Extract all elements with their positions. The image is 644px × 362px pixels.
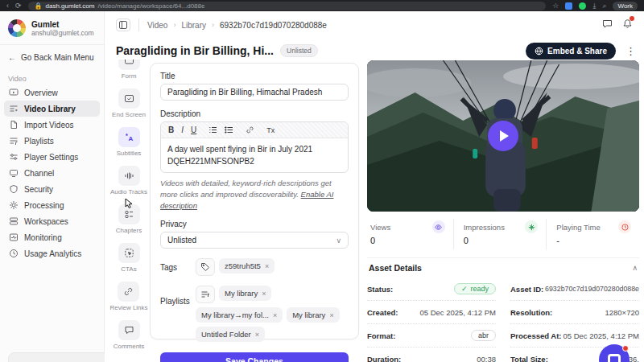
description-editor[interactable]: B I U Tx A day well spent flying in Bir … <box>160 121 349 173</box>
impressions-value: 0 <box>464 236 539 245</box>
sidebar-item-video-library[interactable]: Video Library <box>4 101 100 117</box>
bookmark-icon[interactable]: ☆ <box>552 2 559 10</box>
video-library-icon <box>9 104 19 113</box>
rail-item-subtitles[interactable]: A Subtitles <box>117 127 142 157</box>
asset-details-grid: Status: ✓ ready Created: 05 Dec 2025, 4:… <box>367 278 639 362</box>
playing-time-label: Playing Time <box>556 223 600 232</box>
sidebar-item-security[interactable]: Security <box>4 181 100 197</box>
ordered-list-button[interactable] <box>208 125 217 134</box>
clear-formatting-button[interactable]: Tx <box>266 126 275 134</box>
stats-row: Views 0 Impressions 0 Playing Time <box>367 219 639 249</box>
playlist-chip[interactable]: My library × <box>287 307 339 323</box>
sidebar-item-overview[interactable]: Overview <box>4 84 100 101</box>
italic-button[interactable]: I <box>181 125 184 134</box>
remove-playlist-icon[interactable]: × <box>255 331 259 339</box>
gumlet-dashboard: ‹ ⟳ 🔒 dash.gumlet.com /video/manage/work… <box>0 0 644 362</box>
format-badge: abr <box>471 330 496 341</box>
chapters-icon <box>118 204 140 224</box>
rail-label: Chapters <box>116 227 142 234</box>
sidebar-item-monitoring[interactable]: Monitoring <box>4 229 100 245</box>
right-panel: Views 0 Impressions 0 Playing Time <box>367 60 639 362</box>
monitoring-icon <box>9 232 19 242</box>
sidebar-item-processing[interactable]: Processing <box>4 197 100 213</box>
stat-views: Views 0 <box>367 219 453 249</box>
duration-label: Duration: <box>367 355 401 362</box>
sidebar-item-label: Overview <box>24 88 58 97</box>
sidebar-item-label: Video Library <box>24 105 76 113</box>
rail-item-ctas[interactable]: CTAs <box>118 243 140 273</box>
more-options-kebab-icon[interactable]: ⋮ <box>625 45 636 57</box>
title-label: Title <box>160 72 349 80</box>
rail-item-chapters[interactable]: Chapters <box>116 204 142 234</box>
chevron-down-icon: ∨ <box>336 237 341 245</box>
sidebar-item-label: Usage Analytics <box>24 249 81 258</box>
app-header: Video › Library › 6932b70c7d19d070280d08… <box>105 11 644 39</box>
browser-reload-icon[interactable]: ⟳ <box>15 2 22 10</box>
breadcrumb-library[interactable]: Library <box>181 21 206 30</box>
chat-icon[interactable] <box>602 18 613 32</box>
browser-back-icon[interactable]: ‹ <box>6 2 9 10</box>
save-changes-button[interactable]: Save Changes <box>160 352 349 362</box>
rail-item-end-screen[interactable]: End Screen <box>112 88 146 118</box>
search-icon[interactable]: ⌕ <box>602 2 606 10</box>
detail-row-resolution: Resolution: 1280×720 <box>510 301 639 324</box>
processed-at-label: Processed At: <box>510 331 562 340</box>
sidebar-item-usage-analytics[interactable]: Usage Analytics <box>4 245 100 261</box>
collapse-chevron-icon[interactable]: ∧ <box>632 264 638 272</box>
rail-label: Review Links <box>109 304 147 311</box>
privacy-select[interactable]: Unlisted ∨ <box>160 232 349 249</box>
playlists-icon-button[interactable] <box>196 286 215 303</box>
underline-button[interactable]: U <box>191 125 196 134</box>
resolution-label: Resolution: <box>510 308 552 317</box>
rail-item-audio-tracks[interactable]: Audio Tracks <box>110 166 147 195</box>
description-label: Description <box>160 109 349 118</box>
playlist-chip[interactable]: Untitled Folder × <box>196 327 265 342</box>
bold-button[interactable]: B <box>168 125 174 134</box>
sidebar-item-player-settings[interactable]: Player Settings <box>4 149 100 165</box>
tool-rail: Form End Screen A Subtitles Audio Tracks… <box>109 60 148 362</box>
sidebar-toggle-icon[interactable] <box>116 19 130 31</box>
created-value: 05 Dec 2025, 4:12 PM <box>419 308 496 317</box>
overview-icon <box>9 88 19 97</box>
embed-share-button[interactable]: Embed & Share <box>526 43 616 60</box>
rail-item-review-links[interactable]: Review Links <box>109 282 147 311</box>
security-icon <box>9 184 19 194</box>
sidebar-item-channel[interactable]: Channel <box>4 165 100 181</box>
extension-icon-green[interactable] <box>579 2 586 10</box>
address-bar[interactable]: 🔒 dash.gumlet.com /video/manage/workspac… <box>28 2 547 10</box>
sidebar-item-label: Player Settings <box>24 153 78 162</box>
created-label: Created: <box>367 308 398 317</box>
breadcrumb-video[interactable]: Video <box>147 21 167 30</box>
bullet-list-button[interactable] <box>225 125 233 134</box>
remove-playlist-icon[interactable]: × <box>273 311 277 319</box>
remove-playlist-icon[interactable]: × <box>262 290 266 298</box>
description-text[interactable]: A day well spent flying in Bir in July 2… <box>161 138 348 172</box>
asset-details-header[interactable]: Asset Details ∧ <box>367 257 639 278</box>
tag-chip[interactable]: z59truh5t5 × <box>219 258 275 274</box>
rail-item-comments[interactable]: Comments <box>114 320 145 350</box>
views-label: Views <box>370 223 390 232</box>
rail-item-form[interactable]: Form <box>118 60 140 80</box>
remove-playlist-icon[interactable]: × <box>329 311 333 319</box>
status-label: Status: <box>367 285 393 294</box>
sidebar-item-workspaces[interactable]: Workspaces <box>4 213 100 229</box>
sidebar-item-import-videos[interactable]: Import Videos <box>4 117 100 133</box>
video-player[interactable] <box>367 60 639 212</box>
breadcrumb-asset-id: 6932b70c7d19d070280d088e <box>220 21 327 30</box>
playlist-chip[interactable]: My library × <box>219 286 271 301</box>
link-button[interactable] <box>246 125 254 134</box>
title-input[interactable] <box>160 84 349 101</box>
workspace-switcher[interactable]: Gumlet anshul@gumlet.com <box>0 11 104 45</box>
go-back-main-menu[interactable]: ← Go Back Main Menu <box>0 45 104 67</box>
remove-tag-icon[interactable]: × <box>265 262 269 270</box>
sidebar-item-playlists[interactable]: Playlists <box>4 133 100 149</box>
browser-profile-chip[interactable]: Work <box>613 2 638 10</box>
tags-icon-button[interactable] <box>196 258 215 276</box>
playlist-chip[interactable]: My library→my fol... × <box>196 307 283 323</box>
play-button[interactable] <box>488 121 518 151</box>
impressions-label: Impressions <box>464 223 505 232</box>
downloads-icon[interactable]: ⤓ <box>592 2 596 10</box>
extension-icon-blue[interactable] <box>565 2 572 10</box>
resolution-value: 1280×720 <box>605 308 639 317</box>
notifications-bell-icon[interactable] <box>622 18 633 32</box>
